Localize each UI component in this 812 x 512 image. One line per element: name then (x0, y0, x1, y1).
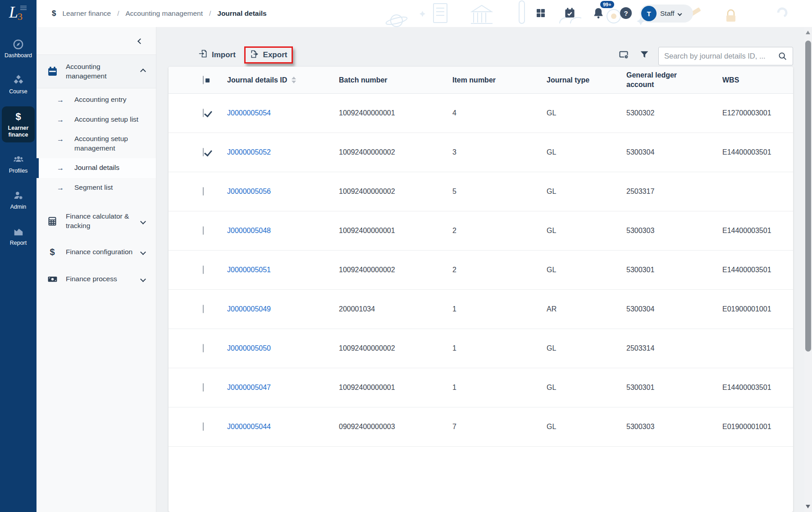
journal-id-link[interactable]: J0000005050 (227, 344, 339, 352)
row-checkbox[interactable] (203, 422, 204, 431)
journal-type-cell: GL (547, 266, 626, 274)
nav-item-label: Accounting entry (74, 95, 126, 105)
apps-grid-icon[interactable] (535, 8, 546, 20)
search-input[interactable] (664, 52, 778, 60)
nav-section-finance-configuration[interactable]: $ Finance configuration (36, 242, 156, 262)
gl-account-cell: 5300301 (626, 266, 722, 274)
banknote-icon (46, 274, 58, 285)
wbs-cell: E14400003501 (722, 384, 793, 392)
main-content: Import Export Jo (156, 27, 804, 512)
batch-number-cell: 10092400000001 (339, 227, 452, 235)
select-all-checkbox[interactable] (203, 76, 204, 84)
column-header-wbs[interactable]: WBS (722, 76, 793, 84)
column-header-journal-type[interactable]: Journal type (547, 76, 626, 84)
nav-item-label: Journal details (74, 163, 119, 173)
sidebar-item-course[interactable]: Course (2, 70, 35, 99)
breadcrumb-learner-finance[interactable]: Learner finance (62, 9, 111, 18)
item-number-cell: 2 (452, 266, 547, 274)
column-header-item-number[interactable]: Item number (452, 76, 547, 84)
nav-section-finance-process[interactable]: Finance process (36, 269, 156, 289)
sidebar-item-label: Dashboard (5, 52, 32, 59)
journal-id-link[interactable]: J0000005054 (227, 109, 339, 117)
sidebar-item-admin[interactable]: Admin (2, 186, 35, 215)
sidebar-item-dashboard[interactable]: Dashboard (2, 34, 35, 63)
column-header-journal-details-id[interactable]: Journal details ID (227, 76, 287, 84)
scroll-down-arrow[interactable] (806, 505, 810, 508)
import-button[interactable]: Import (199, 49, 236, 60)
vertical-scrollbar[interactable] (804, 27, 812, 512)
sidebar-item-report[interactable]: Report (2, 222, 35, 251)
row-checkbox[interactable] (203, 344, 204, 352)
background-doodles (370, 0, 812, 27)
nav-item-label: Accounting setup management (74, 134, 146, 153)
scroll-up-arrow[interactable] (806, 31, 810, 34)
nav-collapse-row (36, 27, 156, 55)
row-checkbox[interactable] (203, 265, 204, 274)
breadcrumb-accounting-management[interactable]: Accounting management (126, 9, 203, 18)
nav-item-accounting-entry[interactable]: → Accounting entry (36, 90, 156, 110)
filter-icon[interactable] (639, 50, 649, 61)
table-settings-icon[interactable] (619, 50, 630, 62)
gl-account-cell: 5300304 (626, 148, 722, 156)
arrow-right-icon: → (57, 115, 64, 125)
sort-icon[interactable] (292, 77, 296, 83)
user-role-label: Staff (660, 9, 675, 18)
wbs-cell: E12700003001 (722, 109, 793, 117)
notifications-bell-icon[interactable] (592, 7, 605, 21)
row-checkbox[interactable] (203, 187, 204, 196)
batch-number-cell: 10092400000001 (339, 109, 452, 117)
collapse-panel-button[interactable] (137, 38, 143, 44)
journal-id-link[interactable]: J0000005056 (227, 187, 339, 196)
user-menu[interactable]: T Staff (640, 5, 693, 23)
journal-id-link[interactable]: J0000005051 (227, 266, 339, 274)
wbs-cell: E01900001001 (722, 423, 793, 431)
batch-number-cell: 200001034 (339, 305, 452, 313)
table-header-row: Journal details ID Batch number Item num… (169, 67, 793, 94)
row-checkbox[interactable] (203, 109, 204, 117)
column-header-batch-number[interactable]: Batch number (339, 76, 452, 84)
search-icon[interactable] (778, 51, 787, 61)
journal-id-link[interactable]: J0000005052 (227, 148, 339, 156)
notification-count-badge[interactable]: 99+ (600, 1, 614, 8)
nav-item-accounting-setup-list[interactable]: → Accounting setup list (36, 110, 156, 130)
wbs-cell: E14400003501 (722, 148, 793, 156)
journal-details-table: Journal details ID Batch number Item num… (169, 67, 793, 512)
nav-item-journal-details[interactable]: → Journal details (36, 158, 156, 178)
item-number-cell: 1 (452, 305, 547, 313)
export-button[interactable]: Export (250, 50, 287, 61)
journal-id-link[interactable]: J0000005048 (227, 227, 339, 235)
arrow-right-icon: → (57, 134, 64, 144)
journal-type-cell: GL (547, 344, 626, 352)
search-box (658, 47, 793, 65)
nav-section-accounting-management[interactable]: Accounting management (36, 55, 156, 88)
nav-section-label: Finance process (66, 274, 133, 284)
primary-sidebar: L 3 Dashboard Course $ Learner finance P… (0, 0, 36, 512)
help-icon[interactable]: ? (620, 7, 632, 19)
nav-item-segment-list[interactable]: → Segment list (36, 178, 156, 198)
import-label: Import (212, 50, 236, 59)
sidebar-item-learner-finance[interactable]: $ Learner finance (2, 106, 35, 142)
topbar: $ Learner finance / Accounting managemen… (36, 0, 812, 27)
nav-item-accounting-setup-management[interactable]: → Accounting setup management (36, 129, 156, 158)
row-checkbox[interactable] (203, 226, 204, 235)
column-header-general-ledger-account[interactable]: General ledger account (626, 71, 694, 90)
app-logo[interactable]: L 3 (0, 0, 36, 27)
item-number-cell: 1 (452, 344, 547, 352)
row-checkbox[interactable] (203, 148, 204, 156)
journal-id-link[interactable]: J0000005049 (227, 305, 339, 313)
row-checkbox[interactable] (203, 305, 204, 313)
sidebar-item-profiles[interactable]: Profiles (2, 150, 35, 178)
nav-section-finance-calculator-tracking[interactable]: Finance calculator & tracking (36, 207, 156, 235)
scrollbar-thumb[interactable] (805, 41, 811, 352)
journal-id-link[interactable]: J0000005047 (227, 384, 339, 392)
user-gear-icon (13, 190, 24, 201)
secondary-nav: Accounting management → Accounting entry… (36, 27, 156, 512)
export-icon (250, 50, 259, 61)
calendar-check-icon[interactable] (564, 7, 576, 21)
import-icon (199, 49, 208, 60)
gl-account-cell: 2503314 (626, 344, 722, 352)
row-checkbox[interactable] (203, 383, 204, 392)
wbs-cell: E14400003501 (722, 266, 793, 274)
journal-id-link[interactable]: J0000005044 (227, 423, 339, 431)
table-row: J0000005054 10092400000001 4 GL 5300302 … (169, 94, 793, 133)
